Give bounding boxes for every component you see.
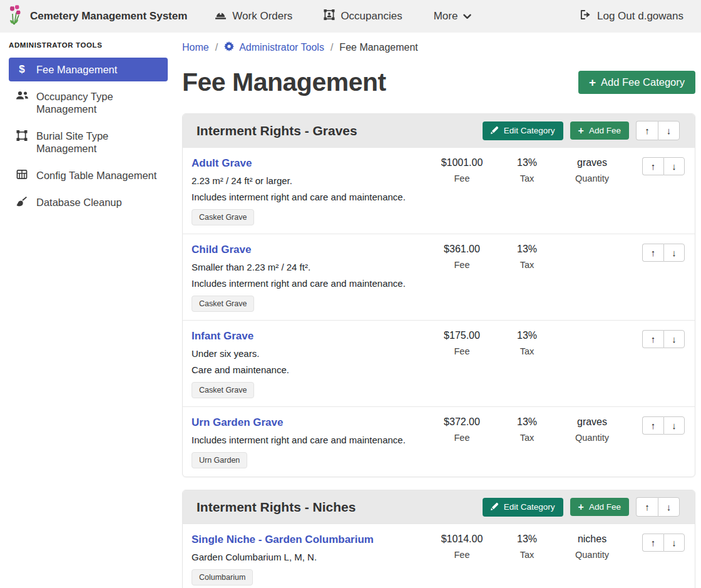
move-category-down-button[interactable]: ↓ xyxy=(658,121,680,140)
fee-name-link[interactable]: Single Niche - Garden Columbarium xyxy=(192,534,374,546)
fee-name-link[interactable]: Urn Garden Grave xyxy=(192,416,283,429)
fee-quantity-column: niches Quantity xyxy=(560,534,625,560)
sidebar-item-config-table-management[interactable]: Config Table Management xyxy=(9,163,168,187)
fee-tax-label: Tax xyxy=(494,433,560,443)
sidebar-item-fee-management[interactable]: $ Fee Management xyxy=(9,58,168,81)
fee-description: Garden Columbarium L, M, N. xyxy=(192,552,429,562)
fee-name-link[interactable]: Child Grave xyxy=(192,244,251,256)
plus-icon: + xyxy=(589,78,596,87)
move-fee-up-button[interactable]: ↑ xyxy=(642,330,663,348)
fee-description: Smaller than 2.23 m² / 24 ft². xyxy=(192,262,429,272)
broom-icon xyxy=(15,197,29,207)
fee-amount-value: $1014.00 xyxy=(429,534,494,545)
add-fee-button[interactable]: + Add Fee xyxy=(570,121,629,140)
fee-amount-column: $1001.00 Fee xyxy=(429,157,494,183)
fee-type-badge: Casket Grave xyxy=(192,296,254,312)
gear-icon xyxy=(224,41,234,54)
fee-row-details: Child Grave Smaller than 2.23 m² / 24 ft… xyxy=(192,244,429,312)
move-fee-down-button[interactable]: ↓ xyxy=(663,534,685,552)
fee-row-details: Adult Grave 2.23 m² / 24 ft² or larger.I… xyxy=(192,157,429,225)
fee-category-actions: Edit Category + Add Fee ↑ ↓ xyxy=(483,121,680,140)
nav-item-label: More xyxy=(434,10,458,23)
fee-tax-value: 13% xyxy=(494,416,560,428)
dollar-icon: $ xyxy=(15,64,29,75)
add-fee-button[interactable]: + Add Fee xyxy=(570,498,629,516)
nav-item-more[interactable]: More xyxy=(427,6,478,26)
fee-name-link[interactable]: Adult Grave xyxy=(192,157,252,170)
move-category-up-button[interactable]: ↑ xyxy=(636,121,658,140)
fee-description: Includes interment right and care and ma… xyxy=(192,435,429,445)
fee-name-link[interactable]: Infant Grave xyxy=(192,330,253,343)
site-frame-icon xyxy=(15,130,29,141)
sidebar: ADMINISTRATOR TOOLS $ Fee Management Occ… xyxy=(0,33,175,217)
add-fee-category-button[interactable]: + Add Fee Category xyxy=(578,71,695,94)
fee-tax-value: 13% xyxy=(494,534,560,545)
fee-description: Under six years. xyxy=(192,348,429,359)
fee-reorder-controls: ↑ ↓ xyxy=(632,330,685,348)
logout-button[interactable]: Log Out d.gowans xyxy=(573,6,690,27)
nav-item-work-orders[interactable]: Work Orders xyxy=(208,6,299,27)
fee-amount-column: $372.00 Fee xyxy=(429,416,494,443)
fee-tax-column: 13% Tax xyxy=(494,534,560,560)
add-fee-category-label: Add Fee Category xyxy=(601,76,685,88)
fee-row: Urn Garden Grave Includes interment righ… xyxy=(183,406,695,477)
move-category-up-button[interactable]: ↑ xyxy=(636,497,658,517)
fee-category-actions: Edit Category + Add Fee ↑ ↓ xyxy=(483,497,680,517)
move-fee-down-button[interactable]: ↓ xyxy=(663,330,685,348)
hard-hat-icon xyxy=(215,10,227,23)
fee-quantity-label: Quantity xyxy=(560,173,625,183)
fee-reorder-controls: ↑ ↓ xyxy=(632,534,685,552)
fee-amount-value: $361.00 xyxy=(429,244,494,255)
chevron-down-icon xyxy=(463,10,471,23)
fee-amount-column: $175.00 Fee xyxy=(429,330,494,356)
nav-item-label: Occupancies xyxy=(340,10,402,23)
fee-description: Care and maintenance. xyxy=(192,364,429,375)
fee-quantity-value: graves xyxy=(560,416,625,428)
app-brand: Cemetery Management System xyxy=(8,5,187,28)
move-fee-up-button[interactable]: ↑ xyxy=(642,157,663,175)
fee-amount-value: $1001.00 xyxy=(429,157,494,168)
breadcrumb-home-link[interactable]: Home xyxy=(182,42,209,53)
fee-row: Child Grave Smaller than 2.23 m² / 24 ft… xyxy=(183,234,695,320)
category-reorder-controls: ↑ ↓ xyxy=(636,121,680,140)
sidebar-item-label: Occupancy Type Management xyxy=(36,90,161,115)
nav-item-occupancies[interactable]: Occupancies xyxy=(317,6,408,27)
sidebar-item-label: Config Table Management xyxy=(36,169,156,182)
fee-quantity-column: graves Quantity xyxy=(560,157,625,183)
fee-tax-label: Tax xyxy=(494,260,560,270)
move-fee-down-button[interactable]: ↓ xyxy=(663,244,685,262)
move-fee-down-button[interactable]: ↓ xyxy=(663,157,685,175)
fee-category-title: Interment Rights - Graves xyxy=(197,123,483,138)
move-category-down-button[interactable]: ↓ xyxy=(658,497,680,517)
fee-amount-label: Fee xyxy=(429,173,494,183)
move-fee-down-button[interactable]: ↓ xyxy=(663,416,685,435)
sidebar-item-label: Burial Site Type Management xyxy=(36,130,161,155)
breadcrumb-separator: / xyxy=(215,42,218,53)
sidebar-item-label: Database Cleanup xyxy=(36,196,122,209)
logout-label: Log Out d.gowans xyxy=(597,10,683,23)
fee-row-details: Urn Garden Grave Includes interment righ… xyxy=(192,416,429,468)
edit-category-button[interactable]: Edit Category xyxy=(483,498,563,517)
top-navbar: Cemetery Management System Work Orders O… xyxy=(0,0,701,33)
fee-row: Adult Grave 2.23 m² / 24 ft² or larger.I… xyxy=(183,147,695,234)
fee-quantity-label: Quantity xyxy=(560,550,625,560)
fee-quantity-column: graves Quantity xyxy=(560,416,625,443)
fee-tax-column: 13% Tax xyxy=(494,330,560,356)
move-fee-up-button[interactable]: ↑ xyxy=(642,416,663,435)
fee-reorder-controls: ↑ ↓ xyxy=(632,157,685,175)
sidebar-item-database-cleanup[interactable]: Database Cleanup xyxy=(9,190,168,214)
fee-amount-column: $361.00 Fee xyxy=(429,244,494,270)
breadcrumb-admin-tools-label: Administrator Tools xyxy=(239,42,324,53)
fee-category-card: Interment Rights - Niches Edit Category … xyxy=(182,490,695,588)
edit-category-button[interactable]: Edit Category xyxy=(483,121,563,140)
sidebar-item-occupancy-type-management[interactable]: Occupancy Type Management xyxy=(9,85,168,121)
move-fee-up-button[interactable]: ↑ xyxy=(642,534,663,552)
fee-type-badge: Columbarium xyxy=(192,569,253,585)
fee-category-card: Interment Rights - Graves Edit Category … xyxy=(182,113,695,477)
fee-category-header: Interment Rights - Graves Edit Category … xyxy=(183,114,695,147)
fee-tax-column: 13% Tax xyxy=(494,244,560,270)
fee-category-title: Interment Rights - Niches xyxy=(197,500,483,515)
breadcrumb-admin-tools-link[interactable]: Administrator Tools xyxy=(224,41,324,54)
move-fee-up-button[interactable]: ↑ xyxy=(642,244,663,262)
sidebar-item-burial-site-type-management[interactable]: Burial Site Type Management xyxy=(9,124,168,160)
